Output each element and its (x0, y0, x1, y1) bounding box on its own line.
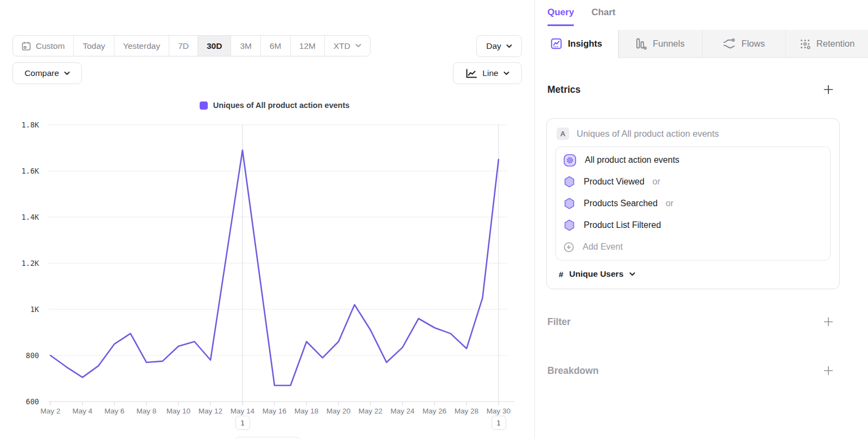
x-axis-tick-label: May 14 (231, 407, 255, 415)
granularity-label: Day (486, 41, 501, 51)
panel-header-tabs: QueryChart (547, 7, 616, 24)
x-axis-tick-label: May 20 (327, 407, 350, 415)
x-axis-tick-label: May 26 (423, 407, 446, 415)
range-label: 30D (207, 41, 222, 51)
insights-report-page: CustomTodayYesterday7D30D3M6M12MXTD Day … (0, 0, 868, 439)
range-label: XTD (334, 41, 350, 51)
metric-badge: A (557, 128, 569, 140)
chevron-down-icon (506, 44, 512, 48)
range-6m[interactable]: 6M (260, 36, 290, 56)
event-hexagon-icon (563, 219, 576, 232)
filter-section-title: Filter (547, 316, 571, 328)
x-axis-tick-label: May 10 (167, 407, 190, 415)
event-hexagon-icon (563, 197, 576, 210)
x-axis-tick-label: May 12 (199, 407, 222, 415)
x-axis-tick-label: May 30 (487, 407, 510, 415)
range-30d[interactable]: 30D (197, 36, 231, 56)
chart-type-dropdown[interactable]: Line (453, 62, 522, 84)
x-axis-tick-label: May 24 (391, 407, 415, 415)
compare-dropdown[interactable]: Compare (12, 62, 82, 84)
range-label: Today (82, 41, 105, 51)
report-tab-retention[interactable]: Retention (785, 30, 868, 58)
metric-summary-row[interactable]: A Uniques of All product action events (556, 126, 831, 147)
chevron-down-icon (629, 272, 635, 276)
y-axis-tick-label: 800 (26, 351, 39, 360)
range-label: Yesterday (123, 41, 160, 51)
event-label: Products Searched (584, 199, 658, 208)
measurement-dropdown[interactable]: # Unique Users (556, 260, 831, 280)
funnels-icon (636, 38, 647, 50)
annotation-popover-cutoff[interactable] (234, 437, 301, 439)
panel-tab-chart[interactable]: Chart (591, 7, 615, 24)
legend-swatch (200, 101, 208, 110)
line-chart-icon (465, 68, 477, 79)
report-tab-label: Insights (568, 39, 602, 49)
report-tab-label: Retention (816, 39, 855, 49)
event-row[interactable]: Products Searchedor (556, 193, 830, 214)
event-hexagon-icon (563, 175, 576, 188)
x-axis-tick-label: May 8 (137, 407, 157, 415)
range-label: 12M (299, 41, 316, 51)
event-row[interactable]: Product Viewedor (556, 171, 830, 193)
range-today[interactable]: Today (73, 36, 113, 56)
event-operator: or (653, 177, 660, 187)
x-axis-tick-label: May 2 (41, 407, 61, 415)
metrics-section-title: Metrics (547, 84, 580, 96)
y-axis-tick-label: 600 (26, 397, 39, 406)
event-row[interactable]: Product List Filtered (556, 214, 830, 236)
range-yesterday[interactable]: Yesterday (114, 36, 169, 56)
range-label: 6M (270, 41, 282, 51)
line-chart[interactable]: 6008001K1.2K1.4K1.6K1.8KMay 2May 4May 6M… (0, 114, 534, 419)
range-xtd[interactable]: XTD (324, 36, 370, 56)
event-group-icon (563, 154, 577, 167)
legend-label: Uniques of All product action events (213, 101, 350, 110)
report-tab-funnels[interactable]: Funnels (618, 30, 702, 58)
compare-label: Compare (24, 68, 59, 78)
report-tab-label: Funnels (653, 39, 685, 49)
range-label: Custom (36, 41, 65, 51)
x-axis-tick-label: May 18 (295, 407, 318, 415)
add-breakdown-button[interactable] (823, 365, 834, 376)
report-tab-insights[interactable]: Insights (535, 30, 618, 58)
y-axis-tick-label: 1.8K (21, 120, 39, 129)
chevron-down-icon (503, 72, 509, 75)
y-axis-tick-label: 1.6K (21, 167, 39, 175)
x-axis-tick-label: May 28 (455, 407, 478, 415)
panel-tab-query[interactable]: Query (547, 7, 574, 24)
chart-legend[interactable]: Uniques of All product action events (50, 101, 499, 110)
report-type-tabs: InsightsFunnelsFlowsRetention (535, 30, 868, 58)
measurement-label: Unique Users (569, 269, 623, 279)
granularity-dropdown[interactable]: Day (476, 35, 522, 57)
event-label: All product action events (585, 155, 679, 165)
flows-icon (723, 39, 736, 49)
event-row[interactable]: All product action events (556, 149, 830, 171)
range-3m[interactable]: 3M (231, 36, 260, 56)
x-axis-tick-label: May 22 (359, 407, 382, 415)
chevron-down-icon (355, 44, 361, 48)
range-custom[interactable]: Custom (13, 36, 73, 56)
y-axis-tick-label: 1.4K (21, 213, 39, 221)
add-filter-button[interactable] (823, 316, 834, 327)
x-axis-tick-label: May 16 (263, 407, 286, 415)
y-axis-tick-label: 1.2K (21, 259, 39, 268)
event-operator: or (666, 199, 673, 208)
retention-icon (800, 39, 810, 49)
add-metric-button[interactable] (823, 84, 834, 95)
y-axis-tick-label: 1K (30, 305, 40, 314)
range-7d[interactable]: 7D (169, 36, 197, 56)
calendar-icon (22, 41, 31, 51)
event-label: Product List Filtered (584, 220, 661, 230)
range-12m[interactable]: 12M (290, 36, 324, 56)
event-label: Product Viewed (584, 177, 644, 187)
series-line[interactable] (50, 150, 499, 386)
metric-summary-label: Uniques of All product action events (577, 129, 719, 139)
x-axis-tick-label: May 6 (105, 407, 125, 415)
add-circle-icon (563, 241, 575, 253)
report-tab-flows[interactable]: Flows (702, 30, 786, 58)
add-event-button[interactable]: Add Event (556, 236, 830, 258)
annotation-marker[interactable]: 1 (492, 416, 506, 430)
metric-card: A Uniques of All product action events A… (546, 118, 840, 289)
annotation-marker[interactable]: 1 (235, 416, 250, 430)
x-axis-tick-label: May 4 (73, 407, 93, 415)
report-tab-label: Flows (742, 39, 765, 49)
